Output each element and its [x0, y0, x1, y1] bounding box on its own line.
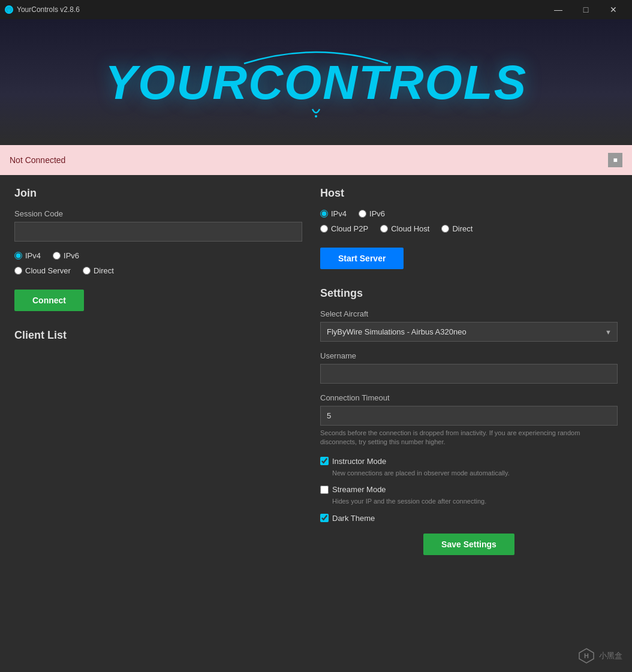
window-title: YourControls v2.8.6	[17, 5, 80, 14]
join-direct-radio[interactable]	[83, 267, 91, 275]
connection-timeout-label: Connection Timeout	[320, 393, 618, 402]
host-section: Host IPv4 IPv6 Cloud P2P Cloud	[320, 187, 618, 269]
watermark-icon: H	[577, 647, 595, 665]
session-code-label: Session Code	[14, 209, 302, 218]
username-input[interactable]	[320, 364, 618, 384]
app-icon: y	[5, 5, 13, 14]
join-direct-label: Direct	[94, 266, 114, 275]
select-aircraft-group: Select Aircraft FlyByWire Simulations - …	[320, 309, 618, 342]
host-ipv6-radio[interactable]	[359, 210, 366, 218]
host-ipv4-label: IPv4	[331, 209, 347, 218]
session-code-input[interactable]	[14, 222, 302, 242]
streamer-mode-group: Streamer Mode Hides your IP and the sess…	[320, 485, 618, 506]
maximize-button[interactable]: □	[572, 0, 600, 19]
host-cloud-p2p-option[interactable]: Cloud P2P	[320, 224, 368, 233]
host-radio-group-1: IPv4 IPv6	[320, 209, 618, 218]
instructor-mode-checkbox[interactable]	[320, 457, 329, 465]
join-section: Join Session Code IPv4 IPv6 Cloud Ser	[14, 187, 302, 311]
titlebar: y YourControls v2.8.6 — □ ✕	[0, 0, 632, 19]
settings-title: Settings	[320, 287, 618, 300]
aircraft-select-wrapper: FlyByWire Simulations - Airbus A320neo C…	[320, 322, 618, 342]
svg-point-2	[315, 115, 317, 117]
host-ipv6-label: IPv6	[369, 209, 385, 218]
host-cloud-host-option[interactable]: Cloud Host	[380, 224, 429, 233]
join-title: Join	[14, 187, 302, 200]
app-header: YOURCONTROLS	[0, 19, 632, 145]
connection-timeout-hint: Seconds before the connection is dropped…	[320, 429, 618, 447]
host-direct-radio[interactable]	[441, 225, 449, 233]
client-list-section: Client List	[14, 329, 302, 342]
connection-timeout-group: Connection Timeout 5 Seconds before the …	[320, 393, 618, 447]
host-direct-label: Direct	[452, 224, 473, 233]
join-cloud-server-radio[interactable]	[14, 267, 22, 275]
dark-theme-checkbox-label[interactable]: Dark Theme	[320, 514, 618, 523]
logo-text: YOURCONTROLS	[105, 59, 527, 107]
aircraft-select[interactable]: FlyByWire Simulations - Airbus A320neo C…	[320, 322, 618, 342]
dark-theme-group: Dark Theme	[320, 514, 618, 523]
join-ipv6-option[interactable]: IPv6	[53, 251, 79, 260]
titlebar-left: y YourControls v2.8.6	[5, 5, 80, 14]
join-ipv6-label: IPv6	[64, 251, 79, 260]
select-aircraft-label: Select Aircraft	[320, 309, 618, 318]
streamer-mode-hint: Hides your IP and the session code after…	[332, 497, 618, 506]
join-ipv6-radio[interactable]	[53, 252, 61, 260]
status-close-button[interactable]: ■	[608, 153, 622, 167]
host-radio-group-2: Cloud P2P Cloud Host Direct	[320, 224, 618, 233]
streamer-mode-checkbox[interactable]	[320, 486, 329, 494]
join-ipv4-option[interactable]: IPv4	[14, 251, 41, 260]
username-label: Username	[320, 351, 618, 360]
left-panel: Join Session Code IPv4 IPv6 Cloud Ser	[14, 187, 302, 660]
instructor-mode-checkbox-label[interactable]: Instructor Mode	[320, 457, 618, 466]
host-ipv4-radio[interactable]	[320, 210, 328, 218]
streamer-mode-label: Streamer Mode	[332, 485, 386, 494]
join-cloud-server-option[interactable]: Cloud Server	[14, 266, 71, 275]
dark-theme-checkbox[interactable]	[320, 514, 329, 522]
streamer-mode-checkbox-label[interactable]: Streamer Mode	[320, 485, 618, 494]
logo-bottom-arc-icon	[310, 108, 322, 117]
join-cloud-server-label: Cloud Server	[25, 266, 71, 275]
connection-timeout-input[interactable]: 5	[320, 406, 618, 426]
dark-theme-label: Dark Theme	[332, 514, 375, 523]
save-settings-button[interactable]: Save Settings	[423, 534, 514, 555]
status-text: Not Connected	[10, 155, 65, 165]
status-bar: Not Connected ■	[0, 145, 632, 175]
svg-text:H: H	[584, 652, 589, 659]
instructor-mode-group: Instructor Mode New connections are plac…	[320, 457, 618, 478]
logo-container: YOURCONTROLS	[105, 47, 527, 117]
host-ipv4-option[interactable]: IPv4	[320, 209, 347, 218]
username-group: Username	[320, 351, 618, 384]
join-radio-group-2: Cloud Server Direct	[14, 266, 302, 275]
join-ipv4-label: IPv4	[25, 251, 41, 260]
start-server-button[interactable]: Start Server	[320, 248, 404, 269]
host-title: Host	[320, 187, 618, 200]
host-cloud-p2p-radio[interactable]	[320, 225, 328, 233]
watermark-text: 小黑盒	[599, 650, 622, 661]
host-cloud-host-label: Cloud Host	[391, 224, 429, 233]
join-ipv4-radio[interactable]	[14, 252, 22, 260]
join-direct-option[interactable]: Direct	[83, 266, 114, 275]
host-ipv6-option[interactable]: IPv6	[359, 209, 385, 218]
connect-button[interactable]: Connect	[14, 290, 84, 311]
client-list-title: Client List	[14, 329, 302, 342]
right-panel: Host IPv4 IPv6 Cloud P2P Cloud	[320, 187, 618, 660]
main-content: Join Session Code IPv4 IPv6 Cloud Ser	[0, 175, 632, 672]
settings-section: Settings Select Aircraft FlyByWire Simul…	[320, 287, 618, 555]
join-radio-group-1: IPv4 IPv6	[14, 251, 302, 260]
host-cloud-host-radio[interactable]	[380, 225, 388, 233]
instructor-mode-label: Instructor Mode	[332, 457, 386, 466]
host-cloud-p2p-label: Cloud P2P	[331, 224, 368, 233]
instructor-mode-hint: New connections are placed in observer m…	[332, 469, 618, 478]
watermark: H 小黑盒	[577, 647, 622, 665]
host-direct-option[interactable]: Direct	[441, 224, 473, 233]
close-button[interactable]: ✕	[600, 0, 627, 19]
window-controls: — □ ✕	[544, 0, 627, 19]
session-code-group: Session Code	[14, 209, 302, 242]
svg-text:y: y	[7, 7, 10, 13]
minimize-button[interactable]: —	[544, 0, 572, 19]
